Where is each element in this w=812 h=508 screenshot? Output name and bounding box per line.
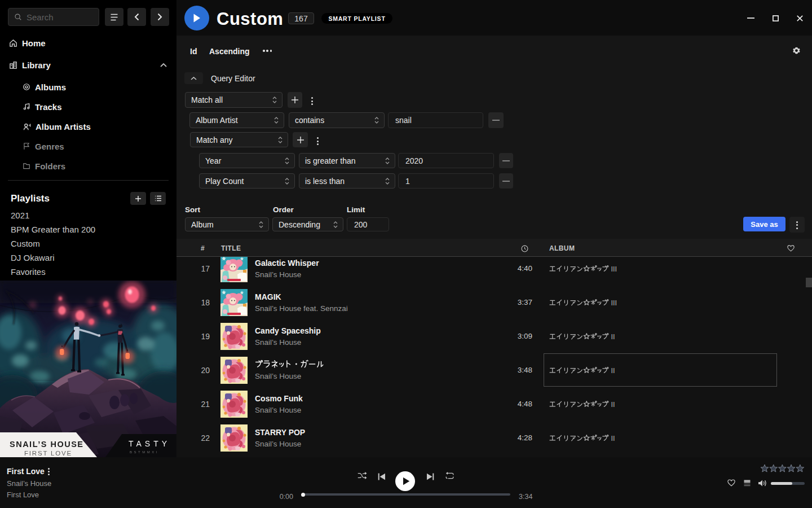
svg-text:III: III [611, 299, 617, 307]
svg-text:SNAIL’S HOUSE: SNAIL’S HOUSE [10, 440, 84, 449]
svg-text:II: II [611, 435, 615, 443]
svg-text:II: II [611, 333, 615, 341]
svg-text:II: II [611, 367, 615, 375]
svg-text:BSTMMXI: BSTMMXI [130, 450, 159, 454]
svg-text:FIRST LOVE: FIRST LOVE [24, 450, 72, 457]
svg-text:III: III [611, 265, 617, 273]
svg-text:II: II [611, 401, 615, 409]
svg-text:TASTY: TASTY [129, 439, 170, 448]
